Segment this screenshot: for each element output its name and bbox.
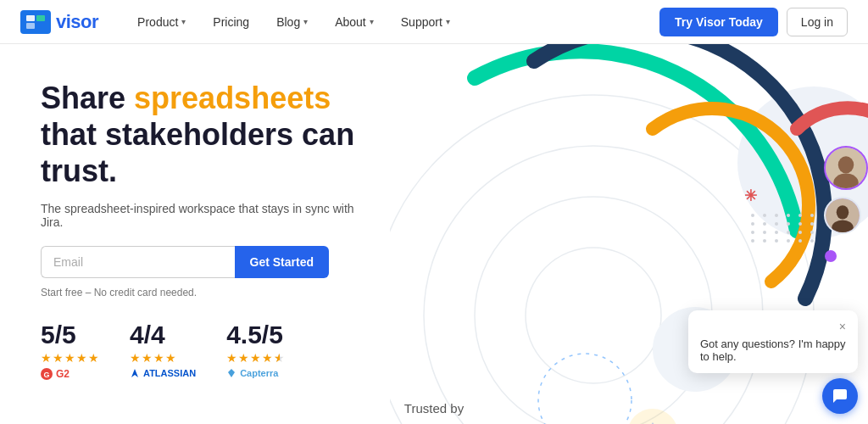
svg-point-9 [475, 197, 712, 424]
logo-wordmark: visor [56, 11, 98, 33]
atlassian-icon [130, 368, 140, 378]
nav-item-pricing[interactable]: Pricing [201, 10, 261, 34]
svg-rect-0 [26, 15, 35, 21]
chevron-down-icon: ▾ [303, 17, 308, 26]
svg-marker-6 [228, 369, 235, 377]
svg-point-24 [837, 205, 849, 219]
rating-capterra: 4.5/5 ★ ★ ★ ★ ★★ Capterra [226, 322, 286, 378]
svg-rect-1 [26, 23, 35, 29]
g2-icon: G [41, 368, 53, 380]
logo[interactable]: visor [20, 10, 98, 34]
chat-header: × [700, 321, 846, 332]
capterra-score: 4.5/5 [226, 322, 283, 348]
avatar-1 [824, 146, 868, 190]
login-button[interactable]: Log in [787, 8, 848, 36]
avatar-2 [824, 197, 861, 234]
svg-rect-2 [36, 15, 45, 21]
nav-item-about[interactable]: About ▾ [323, 10, 386, 34]
main-content: Share spreadsheets that stakeholders can… [0, 44, 868, 424]
chevron-down-icon: ▾ [370, 17, 374, 26]
chat-close-button[interactable]: × [839, 321, 846, 332]
g2-brand: G G2 [41, 368, 70, 380]
atlassian-stars: ★ ★ ★ ★ [130, 351, 176, 365]
try-visor-button[interactable]: Try Visor Today [659, 8, 778, 36]
rating-atlassian: 4/4 ★ ★ ★ ★ ATLASSIAN [130, 322, 196, 378]
trusted-by-text: Trusted by [404, 401, 464, 416]
svg-marker-5 [131, 369, 138, 377]
atlassian-brand: ATLASSIAN [130, 368, 196, 378]
nav-item-blog[interactable]: Blog ▾ [264, 10, 320, 34]
chat-open-button[interactable] [822, 378, 858, 414]
atlassian-score: 4/4 [130, 322, 165, 348]
svg-point-17 [627, 409, 678, 424]
nav-item-support[interactable]: Support ▾ [389, 10, 462, 34]
svg-text:G: G [43, 371, 49, 379]
hero-heading: Share spreadsheets that stakeholders can… [41, 80, 356, 190]
capterra-stars: ★ ★ ★ ★ ★★ [226, 351, 286, 365]
capterra-icon [226, 368, 236, 378]
chevron-down-icon: ▾ [446, 17, 450, 26]
rating-g2: 5/5 ★ ★ ★ ★ ★ G G2 [41, 322, 99, 380]
chat-widget: × Got any questions? I'm happy to help. [688, 310, 858, 373]
nav-item-product[interactable]: Product ▾ [125, 10, 198, 34]
email-form: Get Started [41, 246, 329, 278]
chevron-down-icon: ▾ [181, 17, 186, 26]
email-input[interactable] [41, 246, 235, 278]
svg-point-16 [538, 354, 632, 424]
navbar: visor Product ▾ Pricing Blog ▾ About ▾ S… [0, 0, 868, 44]
g2-score: 5/5 [41, 322, 76, 348]
nav-links: Product ▾ Pricing Blog ▾ About ▾ Support… [125, 10, 659, 34]
hero-left: Share spreadsheets that stakeholders can… [0, 44, 390, 424]
svg-point-14 [825, 250, 837, 262]
dots-pattern [751, 214, 817, 243]
svg-point-21 [838, 156, 854, 173]
svg-text:✳: ✳ [744, 187, 757, 204]
capterra-brand: Capterra [226, 368, 278, 378]
logo-icon [20, 10, 51, 34]
get-started-button[interactable]: Get Started [235, 246, 329, 278]
g2-stars: ★ ★ ★ ★ ★ [41, 351, 99, 365]
svg-point-10 [526, 248, 661, 383]
hero-subtext: The spreadsheet-inspired workspace that … [41, 202, 356, 229]
start-free-text: Start free – No credit card needed. [41, 287, 356, 298]
nav-actions: Try Visor Today Log in [659, 8, 848, 36]
ratings: 5/5 ★ ★ ★ ★ ★ G G2 4/4 ★ ★ [41, 322, 356, 380]
avatar-group [824, 146, 868, 234]
chat-message: Got any questions? I'm happy to help. [700, 338, 846, 363]
